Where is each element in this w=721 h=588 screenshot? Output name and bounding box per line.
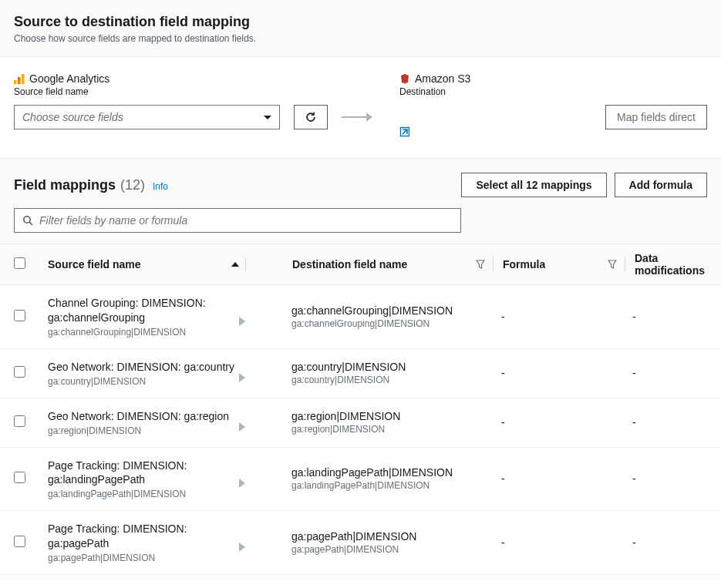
amazon-s3-icon	[399, 73, 410, 84]
formula-value: -	[501, 416, 505, 428]
source-field-sub: ga:landingPagePath|DIMENSION	[48, 489, 245, 499]
filter-input[interactable]	[39, 214, 453, 227]
map-fields-directly-button[interactable]: Map fields direct	[605, 105, 707, 129]
modification-value: -	[632, 311, 636, 323]
modification-value: -	[632, 367, 636, 379]
search-icon	[22, 215, 33, 226]
mappings-title: Field mappings	[14, 177, 116, 193]
page-subtitle: Choose how source fields are mapped to d…	[14, 33, 707, 44]
table-row: Geo Network: DIMENSION: ga:region ga:reg…	[0, 398, 721, 448]
svg-line-5	[29, 222, 32, 225]
source-field-label: Source field name	[14, 86, 399, 97]
source-field-name: Geo Network: DIMENSION: ga:region	[48, 409, 245, 424]
svg-rect-1	[18, 77, 21, 84]
info-link[interactable]: Info	[153, 181, 168, 192]
mappings-count: (12)	[120, 177, 145, 193]
select-all-checkbox[interactable]	[14, 257, 25, 269]
source-field-select[interactable]: Choose source fields	[14, 105, 280, 129]
col-destination-header[interactable]: Destination field name	[292, 258, 407, 270]
destination-field-name: ga:country|DIMENSION	[291, 361, 492, 373]
source-field-sub: ga:channelGrouping|DIMENSION	[48, 327, 245, 338]
formula-value: -	[501, 367, 505, 379]
table-row: Channel Grouping: DIMENSION: ga:channelG…	[0, 285, 721, 349]
destination-field-sub: ga:landingPagePath|DIMENSION	[291, 480, 492, 491]
google-analytics-icon	[14, 73, 25, 84]
refresh-icon	[305, 111, 317, 123]
col-modifications-header[interactable]: Data modifications	[635, 252, 707, 277]
mappings-table: Source field name Destination field name…	[0, 244, 721, 588]
modification-value: -	[632, 472, 636, 485]
source-connector-name: Google Analytics	[29, 72, 109, 85]
formula-value: -	[501, 472, 505, 485]
table-row: Page Tracking: DIMENSION: ga:landingPage…	[0, 448, 721, 512]
svg-rect-0	[14, 80, 17, 84]
refresh-button[interactable]	[294, 105, 328, 129]
source-field-name: Page Tracking: DIMENSION: ga:pagePath	[48, 522, 245, 551]
col-source-header[interactable]: Source field name	[48, 258, 141, 270]
destination-connector-title: Amazon S3	[399, 72, 605, 85]
table-row: Page Tracking: DIMENSION: ga:pageTitle g…	[0, 575, 721, 588]
external-link-icon	[399, 126, 410, 137]
destination-label: Destination	[399, 86, 605, 97]
svg-point-4	[24, 217, 30, 223]
col-formula-header[interactable]: Formula	[503, 258, 545, 270]
row-checkbox[interactable]	[14, 366, 25, 378]
destination-field-name: ga:landingPagePath|DIMENSION	[291, 466, 492, 479]
source-field-sub: ga:region|DIMENSION	[48, 425, 245, 436]
formula-value: -	[501, 311, 505, 323]
destination-external-link[interactable]	[399, 126, 410, 137]
chevron-down-icon	[264, 116, 271, 119]
source-destination-section: Google Analytics Source field name Choos…	[0, 57, 721, 159]
table-body: Channel Grouping: DIMENSION: ga:channelG…	[0, 285, 721, 588]
destination-connector-name: Amazon S3	[415, 72, 470, 85]
destination-field-sub: ga:country|DIMENSION	[291, 375, 492, 385]
source-select-placeholder: Choose source fields	[22, 111, 123, 123]
source-field-name: Page Tracking: DIMENSION: ga:landingPage…	[48, 459, 245, 488]
select-all-button[interactable]: Select all 12 mappings	[461, 173, 606, 197]
arrow-right-icon	[342, 113, 372, 122]
destination-field-sub: ga:pagePath|DIMENSION	[291, 544, 492, 555]
source-field-name: Channel Grouping: DIMENSION: ga:channelG…	[48, 296, 245, 325]
destination-field-sub: ga:channelGrouping|DIMENSION	[291, 318, 492, 329]
source-field-name: Geo Network: DIMENSION: ga:country	[48, 360, 245, 375]
page-title: Source to destination field mapping	[14, 14, 707, 30]
source-field-sub: ga:country|DIMENSION	[48, 376, 245, 387]
filter-icon[interactable]	[606, 258, 618, 270]
formula-value: -	[501, 536, 505, 549]
table-row: Geo Network: DIMENSION: ga:country ga:co…	[0, 349, 721, 398]
destination-field-sub: ga:region|DIMENSION	[291, 424, 492, 435]
add-formula-button[interactable]: Add formula	[615, 173, 707, 197]
svg-rect-2	[22, 74, 25, 84]
row-checkbox[interactable]	[14, 472, 25, 483]
filter-input-wrapper[interactable]	[14, 208, 461, 233]
destination-field-name: ga:channelGrouping|DIMENSION	[291, 304, 492, 317]
source-connector-title: Google Analytics	[14, 72, 399, 85]
table-header: Source field name Destination field name…	[0, 244, 721, 285]
destination-field-name: ga:region|DIMENSION	[291, 410, 492, 422]
row-checkbox[interactable]	[14, 310, 25, 321]
table-row: Page Tracking: DIMENSION: ga:pagePath ga…	[0, 511, 721, 575]
row-checkbox[interactable]	[14, 415, 25, 427]
modification-value: -	[632, 416, 636, 428]
row-checkbox[interactable]	[14, 536, 25, 547]
field-mappings-section: Field mappings (12) Info Select all 12 m…	[0, 159, 721, 588]
destination-field-name: ga:pagePath|DIMENSION	[291, 530, 492, 543]
filter-icon[interactable]	[474, 258, 487, 270]
page-header: Source to destination field mapping Choo…	[0, 0, 721, 57]
source-field-sub: ga:pagePath|DIMENSION	[48, 553, 245, 563]
modification-value: -	[632, 536, 636, 549]
sort-asc-icon[interactable]	[231, 262, 239, 267]
